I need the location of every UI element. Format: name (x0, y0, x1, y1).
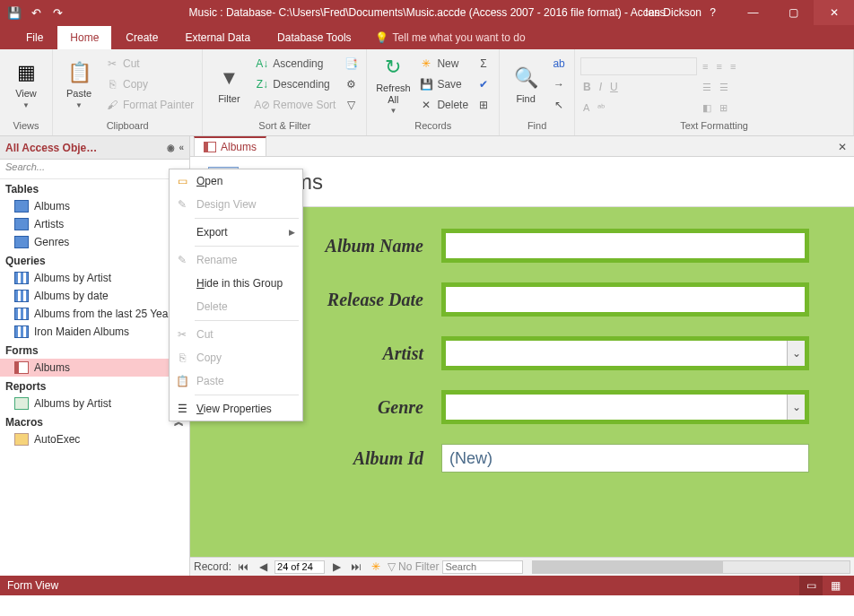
undo-icon[interactable]: ↶ (29, 5, 43, 20)
minimize-button[interactable]: — (733, 0, 773, 25)
paste-button[interactable]: 📋 Paste ▼ (58, 52, 100, 117)
nav-query-albums-by-date[interactable]: Albums by date (0, 287, 189, 305)
nav-collapse-icon[interactable]: « (179, 143, 184, 152)
redo-icon[interactable]: ↷ (50, 5, 65, 20)
spelling-button[interactable]: ✔ (474, 75, 493, 93)
gridlines-button[interactable]: ⊞ (717, 99, 730, 117)
nav-header[interactable]: All Access Obje… ◉« (0, 136, 189, 160)
ascending-button[interactable]: A↓Ascending (252, 55, 338, 73)
tab-create[interactable]: Create (113, 26, 170, 49)
ctx-label: Copy (196, 351, 222, 364)
new-button[interactable]: ✳New (416, 55, 471, 73)
more-button[interactable]: ⊞ (474, 96, 493, 114)
nav-macro-autoexec[interactable]: AutoExec (0, 430, 189, 448)
ctx-open[interactable]: ▭Open (170, 169, 302, 193)
close-button[interactable]: ✕ (814, 0, 854, 25)
next-record-button[interactable]: ▶ (328, 560, 344, 573)
nav-query-iron-maiden[interactable]: Iron Maiden Albums (0, 323, 189, 341)
copy-button[interactable]: ⎘Copy (102, 75, 196, 93)
prev-record-button[interactable]: ◀ (255, 560, 271, 573)
descending-button[interactable]: Z↓Descending (252, 75, 338, 93)
query-icon (14, 308, 29, 320)
nav-report-albums-by-artist[interactable]: Albums by Artist (0, 395, 189, 412)
delete-button[interactable]: ✕Delete (416, 96, 471, 114)
italic-button[interactable]: I (597, 78, 605, 96)
nav-query-last-25-years[interactable]: Albums from the last 25 Year (0, 305, 189, 323)
record-search-input[interactable] (442, 560, 523, 574)
tab-database-tools[interactable]: Database Tools (265, 26, 364, 49)
datasheet-view-button[interactable]: ▦ (824, 576, 847, 595)
toggle-filter-button[interactable]: ▽ (341, 96, 361, 114)
quick-access-toolbar: 💾 ↶ ↷ (0, 5, 72, 20)
horizontal-scrollbar[interactable] (532, 560, 850, 574)
cut-button[interactable]: ✂Cut (102, 55, 196, 73)
font-family-select[interactable] (580, 57, 697, 75)
bullets-button[interactable]: ☰ (700, 78, 714, 96)
first-record-button[interactable]: ⏮ (235, 560, 251, 573)
tab-external-data[interactable]: External Data (172, 26, 263, 49)
selection-button[interactable]: 📑 (341, 55, 361, 73)
ctx-export[interactable]: Export▶ (170, 221, 302, 244)
album-name-input[interactable] (441, 229, 809, 263)
select-button[interactable]: ↖ (549, 96, 569, 114)
nav-group-queries[interactable]: Queries︽ (0, 251, 189, 269)
user-name: Ian Dickson (645, 6, 702, 19)
nav-group-tables[interactable]: Tables︽ (0, 179, 189, 197)
maximize-button[interactable]: ▢ (773, 0, 814, 25)
tell-me[interactable]: 💡Tell me what you want to do (366, 26, 535, 49)
ctx-view-properties[interactable]: ☰View Properties (170, 397, 302, 421)
form-view-button[interactable]: ▭ (799, 576, 823, 595)
view-button[interactable]: ▦ View ▼ (5, 52, 47, 117)
filter-indicator[interactable]: ▽No Filter (388, 560, 439, 573)
doc-tab-albums[interactable]: Albums (194, 136, 266, 156)
refresh-all-button[interactable]: ↻ Refresh All ▼ (372, 52, 414, 117)
ctx-label: Paste (196, 375, 224, 387)
find-button[interactable]: 🔍 Find (505, 52, 546, 117)
scrollbar-thumb[interactable] (533, 561, 723, 573)
advanced-button[interactable]: ⚙ (341, 75, 361, 93)
nav-form-albums[interactable]: Albums (0, 359, 189, 377)
align-left-button[interactable]: ≡ (700, 57, 710, 75)
align-center-button[interactable]: ≡ (714, 57, 725, 75)
ctx-hide[interactable]: Hide in this Group (170, 272, 302, 295)
fill-color-button[interactable]: ◧ (700, 99, 714, 117)
underline-button[interactable]: U (607, 78, 621, 96)
paste-icon: 📋 (175, 374, 189, 388)
save-icon[interactable]: 💾 (7, 5, 22, 20)
genre-combo[interactable]: ⌄ (441, 390, 809, 424)
query-icon (14, 272, 29, 284)
align-right-button[interactable]: ≡ (728, 57, 738, 75)
last-record-button[interactable]: ⏭ (348, 560, 364, 573)
filter-button[interactable]: ▼ Filter (208, 52, 249, 117)
nav-group-macros[interactable]: Macros︽ (0, 412, 189, 430)
tab-file[interactable]: File (13, 26, 56, 49)
replace-button[interactable]: ab (549, 55, 569, 73)
cut-label: Cut (123, 57, 140, 70)
doc-tab-close-button[interactable]: ✕ (831, 138, 854, 156)
format-painter-button[interactable]: 🖌Format Painter (102, 96, 196, 114)
nav-table-artists[interactable]: Artists (0, 215, 189, 233)
artist-combo[interactable]: ⌄ (441, 336, 809, 370)
goto-button[interactable]: → (549, 75, 569, 93)
nav-dropdown-icon[interactable]: ◉ (167, 143, 175, 152)
view-switcher: ▭ ▦ (799, 576, 847, 595)
new-record-button[interactable]: ✳ (368, 560, 384, 573)
nav-group-forms[interactable]: Forms︽ (0, 341, 189, 359)
bold-button[interactable]: B (580, 78, 594, 96)
record-position-input[interactable] (274, 560, 325, 574)
save-button[interactable]: 💾Save (416, 75, 471, 93)
totals-button[interactable]: Σ (474, 55, 493, 73)
nav-group-reports[interactable]: Reports︽ (0, 377, 189, 395)
nav-search[interactable]: Search... (0, 160, 189, 179)
nav-table-genres[interactable]: Genres (0, 233, 189, 251)
nav-item-label: Albums by Artist (34, 397, 111, 410)
nav-query-albums-by-artist[interactable]: Albums by Artist (0, 269, 189, 287)
highlight-button[interactable]: ᵃᵇ (595, 99, 608, 117)
font-color-button[interactable]: A (580, 99, 592, 117)
nav-table-albums[interactable]: Albums (0, 197, 189, 215)
numbering-button[interactable]: ☰ (717, 78, 731, 96)
remove-sort-button[interactable]: A⊘Remove Sort (252, 96, 338, 114)
tab-home[interactable]: Home (57, 26, 111, 49)
release-date-input[interactable] (441, 282, 809, 317)
nav-item-label: AutoExec (34, 433, 80, 446)
